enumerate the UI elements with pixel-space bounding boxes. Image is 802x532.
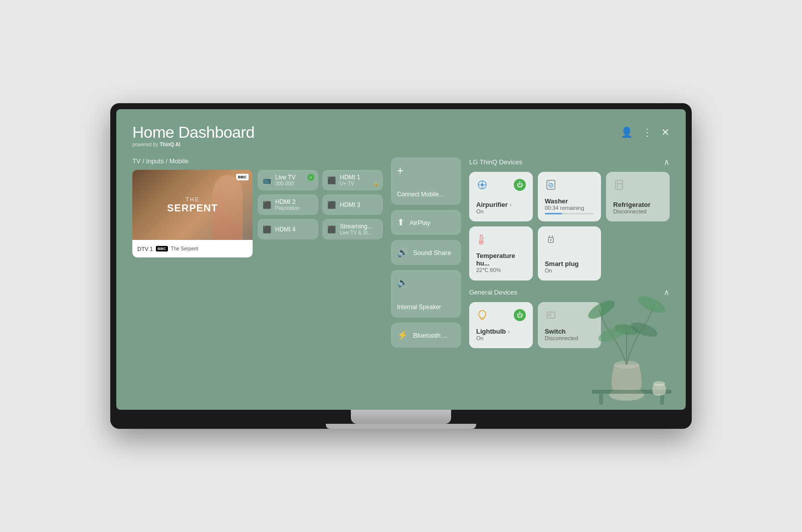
input-buttons-row-2: ⬛ HDMI 2 Playstation ⬛ HDMI 3 bbox=[258, 194, 383, 215]
washer-tile-top bbox=[545, 179, 594, 193]
header-title-block: Home Dashboard powered by ThinQ AI bbox=[132, 123, 255, 147]
temperature-status: 22℃ 80% bbox=[476, 267, 526, 274]
airpurifier-name: Airpurifier › bbox=[476, 201, 526, 208]
input-hdmi2-name: HDMI 2 bbox=[275, 198, 300, 205]
switch-status: Disconnected bbox=[545, 335, 594, 341]
lightbulb-power-btn[interactable]: ⏻ bbox=[514, 309, 526, 321]
smartplug-tile-top bbox=[545, 233, 594, 248]
smartplug-status: On bbox=[545, 268, 594, 274]
device-tile-washer[interactable]: Washer 00:34 remaining bbox=[538, 172, 602, 221]
svg-rect-28 bbox=[599, 394, 603, 405]
internal-speaker-tile[interactable]: 🔈 Internal Speaker bbox=[391, 270, 461, 318]
svg-point-20 bbox=[609, 389, 644, 401]
device-tile-airpurifier[interactable]: ⏻ Airpurifier › On bbox=[469, 172, 533, 221]
input-live-tv[interactable]: 📺 Live TV 000-000 ✓ bbox=[258, 170, 318, 190]
tv-preview-footer: DTV 1 BBC The Serpent bbox=[132, 240, 253, 257]
streaming-icon: ⬛ bbox=[327, 225, 336, 233]
input-hdmi2-sub: Playstation bbox=[275, 205, 300, 211]
tv-show-title: THE SERPENT bbox=[167, 196, 218, 214]
close-icon[interactable]: ✕ bbox=[661, 126, 670, 138]
smartplug-icon bbox=[545, 233, 557, 248]
input-streaming-name: Streaming... bbox=[340, 223, 372, 230]
tv-preview[interactable]: BBC THE SERPENT DTV 1 BBC bbox=[132, 170, 253, 257]
smartplug-name: Smart plug bbox=[545, 260, 594, 268]
airpurifier-status: On bbox=[476, 208, 526, 214]
washer-progress-bar bbox=[545, 213, 594, 214]
thinq-section-header: LG ThinQ Devices bbox=[469, 157, 670, 167]
switch-tile-top bbox=[545, 309, 594, 324]
input-hdmi1[interactable]: ⬛ HDMI 1 U+ TV 🔒 bbox=[322, 170, 383, 190]
input-hdmi3[interactable]: ⬛ HDMI 3 bbox=[322, 194, 383, 215]
show-name: SERPENT bbox=[167, 202, 218, 214]
device-tile-temperature[interactable]: Temperature hu... 22℃ 80% bbox=[469, 226, 533, 281]
lightbulb-name: Lightbulb › bbox=[476, 328, 526, 335]
sound-share-tile[interactable]: 🔊 Sound Share bbox=[391, 240, 461, 265]
input-hdmi1-sub: U+ TV bbox=[340, 181, 360, 186]
show-the: THE bbox=[167, 196, 218, 202]
airpurifier-arrow: › bbox=[510, 201, 512, 208]
internal-speaker-icon: 🔈 bbox=[397, 277, 408, 288]
washer-icon bbox=[545, 179, 557, 193]
thinq-collapse-icon[interactable] bbox=[664, 157, 670, 167]
header: Home Dashboard powered by ThinQ AI 👤 ⋮ ✕ bbox=[132, 123, 670, 147]
svg-point-4 bbox=[550, 185, 551, 186]
channel-label: DTV 1 bbox=[137, 246, 153, 252]
input-buttons-row-1: 📺 Live TV 000-000 ✓ bbox=[258, 170, 383, 190]
connect-mobile-label: Connect Mobile... bbox=[397, 191, 444, 198]
menu-icon[interactable]: ⋮ bbox=[642, 126, 652, 138]
page-title: Home Dashboard bbox=[132, 123, 255, 142]
header-subtitle: powered by ThinQ AI bbox=[132, 142, 255, 147]
connect-mobile-tile[interactable]: + Connect Mobile... bbox=[391, 157, 461, 205]
general-section-label: General Devices bbox=[469, 289, 517, 296]
device-tile-smartplug[interactable]: Smart plug On bbox=[538, 226, 602, 281]
lock-icon: 🔒 bbox=[373, 181, 379, 186]
general-section-header: General Devices bbox=[469, 288, 670, 297]
svg-point-16 bbox=[550, 239, 551, 241]
washer-name: Washer bbox=[545, 197, 594, 205]
left-panel: TV / Inputs / Mobile BBC THE SERPENT bbox=[132, 157, 383, 355]
lightbulb-arrow: › bbox=[508, 328, 510, 335]
washer-status: 00:34 remaining bbox=[545, 205, 594, 211]
airpurifier-power-btn[interactable]: ⏻ bbox=[514, 179, 526, 191]
active-indicator: ✓ bbox=[307, 174, 314, 181]
svg-rect-27 bbox=[591, 390, 672, 394]
connect-mobile-icon: + bbox=[397, 164, 404, 177]
airplay-label: AirPlay bbox=[410, 219, 430, 226]
account-icon[interactable]: 👤 bbox=[621, 126, 633, 138]
input-hdmi4[interactable]: ⬛ HDMI 4 bbox=[258, 219, 318, 239]
svg-rect-29 bbox=[660, 394, 664, 405]
refrigerator-tile-top bbox=[613, 179, 663, 193]
lightbulb-icon bbox=[476, 309, 488, 324]
lightbulb-tile-top: ⏻ bbox=[476, 309, 526, 324]
svg-point-1 bbox=[481, 183, 484, 186]
bbc-badge: BBC bbox=[156, 246, 167, 251]
header-actions: 👤 ⋮ ✕ bbox=[621, 126, 670, 138]
tv-preview-image: BBC THE SERPENT bbox=[132, 170, 253, 240]
dashboard: Home Dashboard powered by ThinQ AI 👤 ⋮ ✕… bbox=[116, 109, 686, 390]
inputs-grid: 📺 Live TV 000-000 ✓ bbox=[258, 170, 383, 257]
input-hdmi2[interactable]: ⬛ HDMI 2 Playstation bbox=[258, 194, 318, 215]
device-tile-refrigerator[interactable]: Refrigerator Disconnected bbox=[606, 172, 670, 221]
airplay-tile[interactable]: ⬆ AirPlay bbox=[391, 210, 461, 235]
tv-stand bbox=[351, 410, 451, 424]
general-devices-grid: ⏻ Lightbulb › On bbox=[469, 302, 670, 348]
input-streaming[interactable]: ⬛ Streaming... Live TV & St... bbox=[322, 219, 383, 239]
thinq-section-label: LG ThinQ Devices bbox=[469, 158, 522, 166]
content-grid: TV / Inputs / Mobile BBC THE SERPENT bbox=[132, 157, 670, 355]
general-collapse-icon[interactable] bbox=[664, 288, 670, 297]
hdmi2-icon: ⬛ bbox=[263, 201, 271, 209]
bluetooth-label: Bluetooth ... bbox=[413, 332, 448, 339]
airplay-icon: ⬆ bbox=[397, 217, 405, 228]
tv-stand-foot bbox=[326, 424, 476, 429]
input-buttons-row-3: ⬛ HDMI 4 ⬛ Streaming... Live TV bbox=[258, 219, 383, 239]
device-tile-lightbulb[interactable]: ⏻ Lightbulb › On bbox=[469, 302, 533, 348]
device-tile-switch[interactable]: Switch Disconnected bbox=[538, 302, 602, 348]
svg-rect-6 bbox=[616, 180, 623, 189]
hdmi1-icon: ⬛ bbox=[327, 176, 336, 184]
bluetooth-tile[interactable]: ⚡ Bluetooth ... bbox=[391, 323, 461, 348]
right-panel: LG ThinQ Devices bbox=[469, 157, 670, 355]
input-hdmi4-name: HDMI 4 bbox=[275, 226, 296, 233]
input-live-tv-sub: 000-000 bbox=[275, 181, 295, 186]
general-section: General Devices bbox=[469, 288, 670, 348]
washer-progress-fill bbox=[545, 213, 562, 214]
